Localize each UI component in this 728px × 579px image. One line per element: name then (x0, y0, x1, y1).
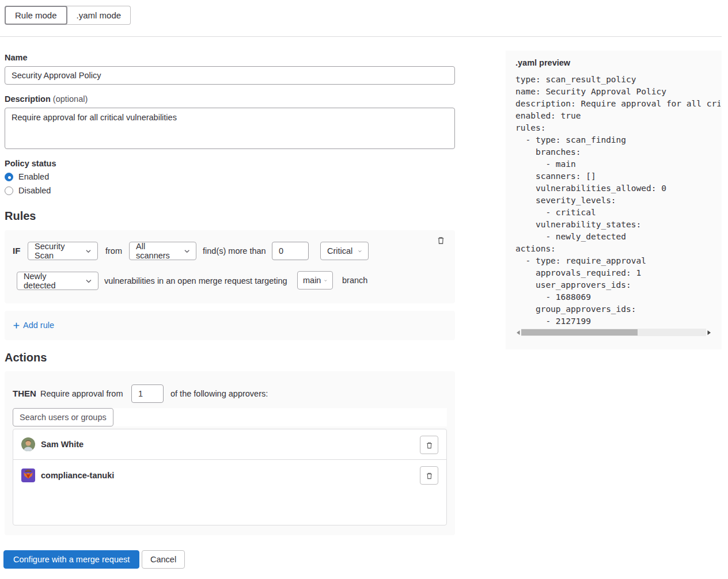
add-rule-card: Add rule (5, 311, 455, 340)
header-divider (0, 36, 722, 37)
list-item: compliance-tanuki (13, 460, 446, 490)
approvals-required-input[interactable] (131, 384, 164, 403)
approver-name: Sam White (41, 440, 84, 449)
avatar (21, 468, 35, 482)
policy-status-enabled-radio[interactable]: Enabled (5, 172, 49, 181)
policy-status-label: Policy status (5, 159, 56, 168)
trash-icon (436, 235, 446, 245)
description-label: Description (optional) (5, 94, 88, 104)
chevron-down-icon (86, 249, 91, 253)
branch-label: branch (342, 276, 367, 285)
yaml-preview-panel: .yaml preview type: scan_result_policy n… (506, 51, 722, 349)
then-label: THEN (13, 388, 36, 398)
approver-name: compliance-tanuki (41, 471, 114, 480)
radio-unselected-icon (5, 186, 13, 195)
description-optional-text: (optional) (53, 94, 88, 104)
disabled-radio-label: Disabled (18, 186, 51, 195)
scroll-left-icon[interactable] (515, 329, 521, 336)
following-approvers-label: of the following approvers: (170, 389, 268, 398)
approver-list: Sam White (13, 429, 447, 525)
finds-more-than-label: find(s) more than (203, 246, 266, 256)
scanners-value: All scanners (136, 242, 179, 260)
enabled-radio-label: Enabled (18, 172, 49, 181)
yaml-preview-code: type: scan_result_policy name: Security … (515, 74, 721, 327)
horizontal-scrollbar[interactable] (515, 329, 712, 336)
scan-type-dropdown[interactable]: Security Scan (28, 242, 98, 260)
chevron-down-icon (324, 279, 327, 283)
vulnerability-state-value: Newly detected (24, 272, 80, 290)
description-label-text: Description (5, 94, 51, 104)
list-item: Sam White (13, 429, 446, 460)
trash-icon (425, 441, 434, 450)
configure-merge-request-button[interactable]: Configure with a merge request (3, 550, 139, 569)
mode-toggle: Rule mode .yaml mode (5, 6, 131, 25)
add-rule-button[interactable]: Add rule (13, 321, 54, 330)
rule-mode-tab[interactable]: Rule mode (5, 6, 67, 25)
approver-search-strip: Search users or groups (13, 408, 447, 426)
description-input[interactable]: Require approval for all critical vulner… (5, 108, 455, 149)
scan-type-value: Security Scan (35, 242, 80, 260)
branch-dropdown[interactable]: main (297, 271, 333, 290)
actions-heading: Actions (5, 351, 47, 364)
plus-icon (13, 322, 20, 329)
chevron-down-icon (86, 279, 92, 283)
name-label: Name (5, 53, 28, 62)
avatar (21, 437, 35, 451)
severity-value: Critical (327, 246, 352, 256)
trash-icon (425, 471, 434, 480)
vulnerabilities-allowed-input[interactable] (272, 242, 309, 260)
yaml-mode-tab[interactable]: .yaml mode (66, 6, 131, 25)
remove-approver-button[interactable] (420, 466, 438, 485)
scroll-right-icon[interactable] (706, 329, 712, 336)
vulnerability-state-dropdown[interactable]: Newly detected (17, 272, 98, 290)
action-card: THEN Require approval from of the follow… (5, 371, 455, 535)
approver-search-input[interactable]: Search users or groups (13, 408, 113, 426)
delete-rule-button[interactable] (436, 235, 446, 245)
cancel-button[interactable]: Cancel (142, 550, 185, 569)
policy-editor-page: Rule mode .yaml mode Name Description (o… (0, 0, 728, 579)
targeting-label: vulnerabilities in an open merge request… (104, 276, 287, 285)
if-label: IF (13, 246, 20, 256)
require-approval-label: Require approval from (40, 389, 123, 398)
scanners-dropdown[interactable]: All scanners (129, 242, 196, 260)
scrollbar-thumb[interactable] (521, 329, 638, 336)
radio-selected-icon (5, 173, 13, 181)
rules-heading: Rules (5, 209, 36, 223)
from-label: from (105, 246, 122, 256)
add-rule-label: Add rule (23, 321, 54, 330)
severity-dropdown[interactable]: Critical (320, 242, 369, 260)
chevron-down-icon (184, 249, 189, 253)
yaml-preview-title: .yaml preview (515, 58, 570, 67)
chevron-down-icon (358, 249, 362, 253)
scrollbar-track[interactable] (521, 329, 706, 336)
remove-approver-button[interactable] (420, 436, 438, 454)
policy-status-disabled-radio[interactable]: Disabled (5, 186, 51, 195)
rule-card: IF Security Scan from All scanners find(… (5, 230, 455, 303)
name-input[interactable] (5, 66, 455, 85)
branch-value: main (303, 276, 321, 285)
